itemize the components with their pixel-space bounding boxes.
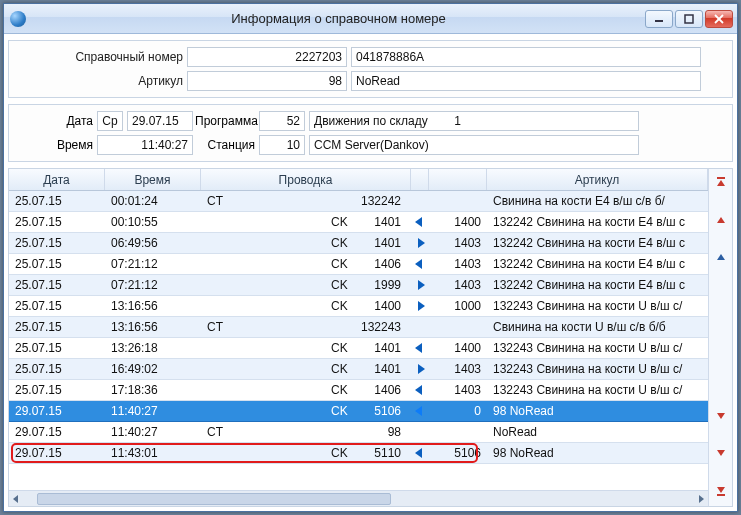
nav-down-icon[interactable] (713, 408, 729, 424)
prov-type: CK (331, 362, 355, 376)
svg-marker-8 (418, 301, 425, 311)
cell-art: 132242 Свинина на кости E4 в/ш с (487, 233, 708, 253)
header-date[interactable]: Дата (9, 169, 105, 190)
svg-marker-5 (418, 238, 425, 248)
cell-date: 25.07.15 (9, 254, 105, 274)
svg-marker-21 (717, 450, 725, 456)
svg-marker-16 (717, 180, 725, 186)
cell-date: 25.07.15 (9, 296, 105, 316)
nav-first-icon[interactable] (713, 173, 729, 189)
arrow-right-icon (411, 296, 429, 316)
table-row[interactable]: 25.07.1500:01:24CT132242Свинина на кости… (9, 191, 708, 212)
cell-dest (429, 317, 487, 337)
time-field[interactable]: 11:40:27 (97, 135, 193, 155)
table-row[interactable]: 25.07.1507:21:12CK19991403132242 Свинина… (9, 275, 708, 296)
table-row[interactable]: 25.07.1500:10:55CK14011400132242 Свинина… (9, 212, 708, 233)
cell-dest: 1403 (429, 359, 487, 379)
station-desc-field[interactable]: CCM Server(Dankov) (309, 135, 639, 155)
arrow-left-icon (411, 212, 429, 232)
cell-date: 25.07.15 (9, 275, 105, 295)
prov-type: CK (331, 278, 355, 292)
cell-art: Свинина на кости E4 в/ш с/в б/ (487, 191, 708, 211)
nav-page-up-icon[interactable] (713, 211, 729, 227)
cell-date: 25.07.15 (9, 380, 105, 400)
header-time[interactable]: Время (105, 169, 201, 190)
horizontal-scrollbar[interactable] (9, 490, 708, 506)
arrow-left-icon (411, 338, 429, 358)
station-num-field[interactable]: 10 (259, 135, 305, 155)
titlebar[interactable]: Информация о справочном номере (4, 4, 737, 34)
prov-num: 1406 (361, 383, 401, 397)
date-field[interactable]: 29.07.15 (127, 111, 193, 131)
prov-type: CK (331, 446, 355, 460)
svg-rect-23 (717, 494, 725, 496)
header-prov[interactable]: Проводка (201, 169, 411, 190)
dow-field[interactable]: Ср (97, 111, 123, 131)
svg-marker-18 (717, 217, 725, 223)
cell-art: 132242 Свинина на кости E4 в/ш с (487, 254, 708, 274)
table-row[interactable]: 25.07.1506:49:56CK14011403132242 Свинина… (9, 233, 708, 254)
program-desc-field[interactable]: Движения по складу 1 (309, 111, 639, 131)
cell-time: 00:10:55 (105, 212, 201, 232)
table-row[interactable]: 29.07.1511:40:27CT98NoRead (9, 422, 708, 443)
header-art[interactable]: Артикул (487, 169, 708, 190)
cell-dest: 1000 (429, 296, 487, 316)
cell-art: 132242 Свинина на кости E4 в/ш с (487, 275, 708, 295)
ref-value-field[interactable]: 041878886A (351, 47, 701, 67)
article-label: Артикул (17, 74, 187, 88)
nav-page-down-icon[interactable] (713, 446, 729, 462)
svg-rect-1 (685, 15, 693, 23)
cell-prov: CK1400 (201, 296, 411, 316)
table-row[interactable]: 29.07.1511:43:01CK5110510698 NoRead (9, 443, 708, 464)
table-row[interactable]: 25.07.1513:16:56CK14001000132243 Свинина… (9, 296, 708, 317)
nav-up-icon[interactable] (713, 249, 729, 265)
cell-prov: CK1401 (201, 233, 411, 253)
svg-rect-17 (717, 177, 725, 179)
close-button[interactable] (705, 10, 733, 28)
article-num-field[interactable]: 98 (187, 71, 347, 91)
header-arrow[interactable] (411, 169, 429, 190)
cell-date: 29.07.15 (9, 401, 105, 421)
maximize-button[interactable] (675, 10, 703, 28)
svg-marker-20 (717, 413, 725, 419)
cell-prov: CT132242 (201, 191, 411, 211)
cell-dest: 5106 (429, 443, 487, 463)
cell-prov: CK1401 (201, 338, 411, 358)
svg-marker-7 (418, 280, 425, 290)
arrow-right-icon (411, 359, 429, 379)
svg-marker-9 (415, 343, 422, 353)
time-label: Время (17, 138, 97, 152)
grid-body[interactable]: 25.07.1500:01:24CT132242Свинина на кости… (9, 191, 708, 490)
article-value-field[interactable]: NoRead (351, 71, 701, 91)
table-row[interactable]: 25.07.1507:21:12CK14061403132242 Свинина… (9, 254, 708, 275)
arrow-left-icon (411, 380, 429, 400)
scroll-thumb[interactable] (37, 493, 391, 505)
cell-prov: CK1406 (201, 254, 411, 274)
grid-header[interactable]: Дата Время Проводка Артикул (9, 169, 708, 191)
prov-num: 1400 (361, 299, 401, 313)
scroll-left-icon[interactable] (9, 492, 23, 506)
grid: Дата Время Проводка Артикул 25.07.1500:0… (8, 168, 733, 507)
scroll-right-icon[interactable] (694, 492, 708, 506)
arrow-none-icon (411, 422, 429, 442)
cell-prov: CT98 (201, 422, 411, 442)
cell-art: NoRead (487, 422, 708, 442)
cell-dest: 1403 (429, 275, 487, 295)
table-row[interactable]: 25.07.1513:16:56CT132243Свинина на кости… (9, 317, 708, 338)
table-row[interactable]: 29.07.1511:40:27CK5106098 NoRead (9, 401, 708, 422)
cell-dest: 1403 (429, 380, 487, 400)
svg-marker-10 (418, 364, 425, 374)
header-dest[interactable] (429, 169, 487, 190)
prov-num: 1999 (361, 278, 401, 292)
table-row[interactable]: 25.07.1513:26:18CK14011400132243 Свинина… (9, 338, 708, 359)
scroll-track[interactable] (37, 492, 680, 506)
cell-time: 16:49:02 (105, 359, 201, 379)
table-row[interactable]: 25.07.1516:49:02CK14011403132243 Свинина… (9, 359, 708, 380)
cell-art: 98 NoRead (487, 443, 708, 463)
prov-type: CK (331, 215, 355, 229)
program-num-field[interactable]: 52 (259, 111, 305, 131)
nav-last-icon[interactable] (713, 484, 729, 500)
ref-num-field[interactable]: 2227203 (187, 47, 347, 67)
minimize-button[interactable] (645, 10, 673, 28)
table-row[interactable]: 25.07.1517:18:36CK14061403132243 Свинина… (9, 380, 708, 401)
